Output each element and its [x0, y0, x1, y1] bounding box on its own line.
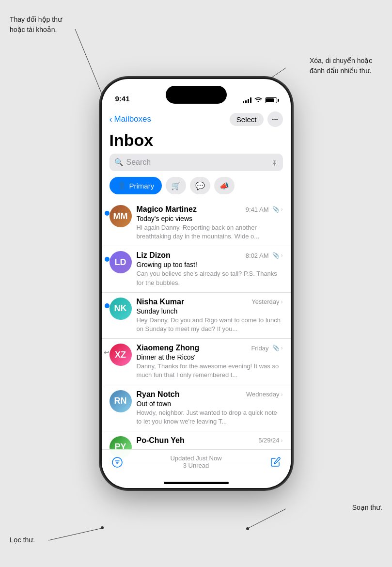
more-button[interactable]: ···	[267, 111, 283, 127]
compose-button[interactable]	[267, 455, 283, 470]
email-preview: Hi again Danny, Reporting back on anothe…	[137, 223, 283, 241]
content-area: ‹ Mailboxes Select ··· Inbox 🔍 Search 🎙	[102, 108, 291, 488]
email-header: Nisha Kumar Yesterday ›	[137, 298, 283, 306]
attachment-icon: 📎	[272, 345, 280, 351]
email-item[interactable]: MM Magico Martinez 9:41 AM 📎 › Today's e…	[102, 200, 291, 246]
replied-icon: ↩	[104, 348, 110, 356]
tab-promotions[interactable]: 📣	[214, 177, 235, 194]
avatar: XZ	[110, 344, 132, 366]
email-content: Ryan Notch Wednesday › Out of town Howdy…	[137, 390, 283, 426]
battery-icon	[265, 97, 277, 103]
back-label: Mailboxes	[114, 114, 152, 124]
mic-icon: 🎙	[271, 158, 278, 167]
search-icon: 🔍	[114, 158, 124, 167]
email-sender: Ryan Notch	[137, 390, 180, 399]
dynamic-island	[166, 86, 227, 104]
svg-point-5	[246, 527, 249, 530]
email-content: Liz Dizon 8:02 AM 📎 › Growing up too fas…	[137, 251, 283, 287]
chevron-right-icon: ›	[281, 252, 283, 259]
email-sender: Nisha Kumar	[137, 298, 185, 306]
annotation-top-right: Xóa, di chuyển hoặc đánh dấu nhiều thư.	[310, 56, 382, 76]
chevron-right-icon: ›	[281, 206, 283, 213]
email-sender: Xiaomeng Zhong	[137, 344, 200, 352]
email-preview: Can you believe she's already so tall? P…	[137, 269, 283, 287]
email-item[interactable]: RN Ryan Notch Wednesday › Out of town Ho…	[102, 385, 291, 431]
svg-line-4	[248, 509, 286, 528]
attachment-icon: 📎	[272, 206, 280, 213]
email-content: Nisha Kumar Yesterday › Sunday lunch Hey…	[137, 298, 283, 333]
email-subject: Out of town	[137, 400, 283, 408]
email-subject: Today's epic views	[137, 215, 283, 222]
wifi-icon	[254, 96, 262, 104]
annotation-bottom-right: Soạn thư.	[352, 504, 382, 511]
svg-line-6	[48, 528, 102, 540]
signal-icon	[243, 97, 251, 103]
email-sender: Po-Chun Yeh	[137, 436, 185, 445]
email-header: Po-Chun Yeh 5/29/24 ›	[137, 436, 283, 445]
avatar: MM	[110, 205, 132, 227]
email-preview: Howdy, neighbor. Just wanted to drop a q…	[137, 409, 283, 426]
inbox-title: Inbox	[102, 129, 291, 154]
tab-primary[interactable]: 👤 Primary	[110, 177, 162, 194]
home-indicator	[164, 482, 229, 484]
email-item[interactable]: NK Nisha Kumar Yesterday › Sunday lunch …	[102, 293, 291, 339]
email-preview: Danny, Thanks for the awesome evening! I…	[137, 362, 283, 379]
email-sender: Magico Martinez	[137, 205, 197, 214]
update-text: Updated Just Now	[125, 455, 267, 462]
email-time: Wednesday ›	[246, 391, 282, 398]
tab-primary-label: Primary	[129, 182, 155, 190]
back-chevron-icon: ‹	[110, 114, 112, 125]
unread-count: 3 Unread	[125, 462, 267, 469]
unread-dot	[105, 257, 110, 262]
tab-shopping[interactable]: 🛒	[166, 177, 186, 194]
select-button[interactable]: Select	[230, 113, 264, 126]
email-item[interactable]: ↩ XZ Xiaomeng Zhong Friday 📎 › Dinner at…	[102, 339, 291, 385]
shopping-icon: 🛒	[171, 181, 181, 190]
avatar: RN	[110, 390, 132, 412]
tab-messages[interactable]: 💬	[190, 177, 210, 194]
person-icon: 👤	[117, 181, 126, 190]
email-item[interactable]: LD Liz Dizon 8:02 AM 📎 › Growing up too …	[102, 246, 291, 292]
filter-tabs: 👤 Primary 🛒 💬 📣	[102, 177, 291, 200]
email-header: Magico Martinez 9:41 AM 📎 ›	[137, 205, 283, 214]
email-preview: Hey Danny, Do you and Rigo want to come …	[137, 316, 283, 333]
email-list: MM Magico Martinez 9:41 AM 📎 › Today's e…	[102, 200, 291, 464]
email-header: Ryan Notch Wednesday ›	[137, 390, 283, 399]
email-sender: Liz Dizon	[137, 251, 171, 260]
nav-bar: ‹ Mailboxes Select ···	[102, 108, 291, 129]
email-header: Xiaomeng Zhong Friday 📎 ›	[137, 344, 283, 352]
email-time: 5/29/24 ›	[258, 437, 282, 444]
search-bar[interactable]: 🔍 Search 🎙	[110, 154, 283, 171]
status-time: 9:41	[115, 94, 130, 104]
annotation-top-left: Thay đổi hộp thư hoặc tài khoản.	[10, 15, 73, 35]
chevron-right-icon: ›	[281, 345, 283, 351]
attachment-icon: 📎	[272, 252, 280, 259]
unread-dot	[105, 211, 110, 216]
filter-button[interactable]	[110, 455, 125, 470]
email-header: Liz Dizon 8:02 AM 📎 ›	[137, 251, 283, 260]
email-time: 8:02 AM 📎 ›	[246, 252, 283, 259]
back-button[interactable]: ‹ Mailboxes	[110, 114, 152, 125]
search-placeholder: Search	[126, 158, 268, 167]
update-status: Updated Just Now 3 Unread	[125, 455, 267, 469]
svg-point-7	[101, 526, 104, 529]
email-time: 9:41 AM 📎 ›	[246, 206, 283, 213]
avatar: LD	[110, 251, 132, 273]
annotation-bottom-left: Lọc thư.	[10, 536, 35, 544]
email-subject: Dinner at the Ricos'	[137, 353, 283, 361]
email-content: Xiaomeng Zhong Friday 📎 › Dinner at the …	[137, 344, 283, 379]
email-time: Yesterday ›	[251, 298, 282, 305]
promo-icon: 📣	[220, 181, 229, 190]
chevron-right-icon: ›	[281, 437, 283, 444]
email-content: Magico Martinez 9:41 AM 📎 › Today's epic…	[137, 205, 283, 241]
more-dots-icon: ···	[272, 115, 278, 124]
email-content: Po-Chun Yeh 5/29/24 ›	[137, 436, 283, 446]
chevron-right-icon: ›	[281, 391, 283, 398]
status-icons	[243, 96, 277, 104]
page-wrapper: Thay đổi hộp thư hoặc tài khoản. Xóa, di…	[0, 0, 392, 567]
email-subject: Growing up too fast!	[137, 261, 283, 268]
phone-frame: 9:41	[102, 79, 291, 488]
email-subject: Sunday lunch	[137, 307, 283, 315]
avatar: NK	[110, 298, 132, 320]
nav-actions: Select ···	[230, 111, 283, 127]
